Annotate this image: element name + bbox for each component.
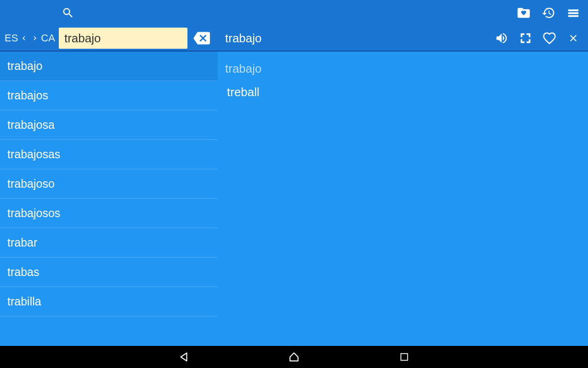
nav-home-icon[interactable] [285,348,303,366]
nav-recent-icon[interactable] [395,348,413,366]
top-toolbar-right [218,4,588,22]
suggestions-panel: trabajo trabajos trabajosa trabajosas tr… [0,52,218,346]
search-bar-left: ES CA [0,28,218,49]
suggestion-item[interactable]: trabajoso [0,169,218,199]
suggestion-item[interactable]: trabajosa [0,110,218,140]
chevron-right-icon[interactable] [30,32,40,45]
suggestion-item[interactable]: trabilla [0,287,218,316]
suggestion-text: trabajosos [7,207,60,220]
lang-to-label: CA [41,32,55,44]
suggestion-item[interactable]: trabar [0,228,218,258]
suggestion-item[interactable]: trabajosas [0,140,218,169]
result-actions [492,29,582,47]
definition-headword: trabajo [225,62,581,76]
favorite-icon[interactable] [540,29,559,47]
search-input[interactable] [59,28,187,49]
speak-icon[interactable] [492,29,511,47]
suggestion-text: trabajosas [7,148,60,161]
suggestion-text: trabajo [7,59,42,73]
svg-rect-0 [401,354,408,361]
suggestion-text: trabajos [7,89,48,102]
search-icon[interactable] [59,4,77,22]
suggestion-text: trabilla [7,295,41,308]
result-title: trabajo [225,31,492,46]
suggestion-item[interactable]: trabas [0,258,218,287]
main-content: trabajo trabajos trabajosa trabajosas tr… [0,52,588,346]
history-icon[interactable] [539,4,558,22]
close-icon[interactable] [564,29,582,47]
clear-search-button[interactable] [191,28,212,49]
suggestion-text: trabar [7,236,37,249]
result-header: trabajo [218,29,588,47]
suggestion-text: trabajoso [7,177,55,190]
chevron-left-icon[interactable] [19,32,29,45]
top-toolbar [0,0,588,26]
top-toolbar-left [0,4,218,22]
nav-back-icon[interactable] [175,348,193,366]
fullscreen-icon[interactable] [516,29,535,47]
suggestion-text: trabas [7,265,39,279]
lang-from-label: ES [5,32,18,44]
menu-icon[interactable] [564,4,582,22]
translation-item[interactable]: treball [225,83,581,101]
search-bar: ES CA trabajo [0,26,588,52]
android-nav-bar [0,346,588,368]
favorites-folder-icon[interactable] [514,4,533,22]
definition-panel: trabajo treball [218,52,588,346]
suggestion-item[interactable]: trabajos [0,81,218,110]
suggestion-text: trabajosa [7,118,55,132]
suggestion-item[interactable]: trabajosos [0,199,218,228]
suggestion-item[interactable]: trabajo [0,52,218,81]
